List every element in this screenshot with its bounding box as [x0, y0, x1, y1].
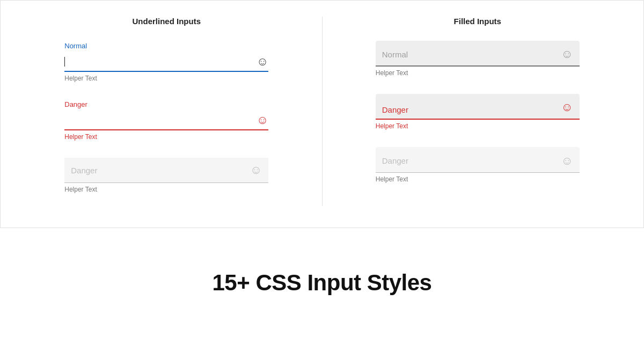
underlined-danger-helper: Helper Text: [64, 133, 268, 141]
filled-disabled-wrapper: Danger ☺: [376, 147, 580, 173]
demo-section: Underlined Inputs Normal ☺ Helper Text D…: [0, 0, 644, 228]
filled-normal-value: Normal: [382, 50, 557, 59]
underlined-disabled-value: Danger: [71, 166, 246, 175]
underlined-normal-helper: Helper Text: [64, 75, 268, 82]
underlined-column: Underlined Inputs Normal ☺ Helper Text D…: [33, 17, 301, 206]
underlined-normal-group: Normal ☺ Helper Text: [64, 41, 268, 82]
filled-danger-wrapper: Danger ☺: [376, 94, 580, 120]
filled-normal-group: Normal ☺ Helper Text: [376, 41, 580, 77]
filled-column: Filled Inputs Normal ☺ Helper Text Dange…: [344, 17, 612, 206]
smiley-disabled-icon: ☺: [250, 163, 262, 177]
underlined-normal-input[interactable]: [66, 57, 252, 67]
filled-disabled-smiley: ☺: [561, 154, 573, 168]
filled-disabled-helper: Helper Text: [376, 175, 580, 183]
smiley-danger-icon: ☺: [257, 113, 268, 127]
text-cursor: [64, 57, 65, 67]
filled-normal-smiley: ☺: [561, 47, 573, 61]
filled-disabled-value: Danger: [382, 156, 557, 165]
underlined-disabled-wrapper: Danger ☺: [64, 158, 268, 183]
underlined-disabled-helper: Helper Text: [64, 186, 268, 193]
underlined-danger-wrapper: Danger ☺: [64, 110, 268, 130]
column-divider: [322, 17, 323, 206]
underlined-danger-label: Danger: [64, 100, 87, 108]
underlined-disabled-group: Danger ☺ Helper Text: [64, 158, 268, 193]
smiley-icon: ☺: [257, 55, 268, 69]
underlined-normal-wrapper: Normal ☺: [64, 52, 268, 72]
bottom-section: 15+ CSS Input Styles: [0, 228, 644, 337]
underlined-title: Underlined Inputs: [133, 17, 201, 26]
filled-danger-value: Danger: [382, 105, 557, 114]
underlined-danger-group: Danger ☺ Helper Text: [64, 99, 268, 141]
underlined-danger-input[interactable]: [64, 116, 252, 125]
filled-normal-wrapper: Normal ☺: [376, 41, 580, 67]
filled-normal-helper: Helper Text: [376, 69, 580, 77]
filled-title: Filled Inputs: [454, 17, 501, 26]
filled-disabled-group: Danger ☺ Helper Text: [376, 147, 580, 183]
filled-danger-group: Danger ☺ Helper Text: [376, 94, 580, 130]
page-title: 15+ CSS Input Styles: [213, 270, 432, 296]
filled-danger-helper: Helper Text: [376, 122, 580, 130]
filled-danger-smiley: ☺: [561, 100, 573, 114]
underlined-normal-label: Normal: [64, 42, 87, 50]
